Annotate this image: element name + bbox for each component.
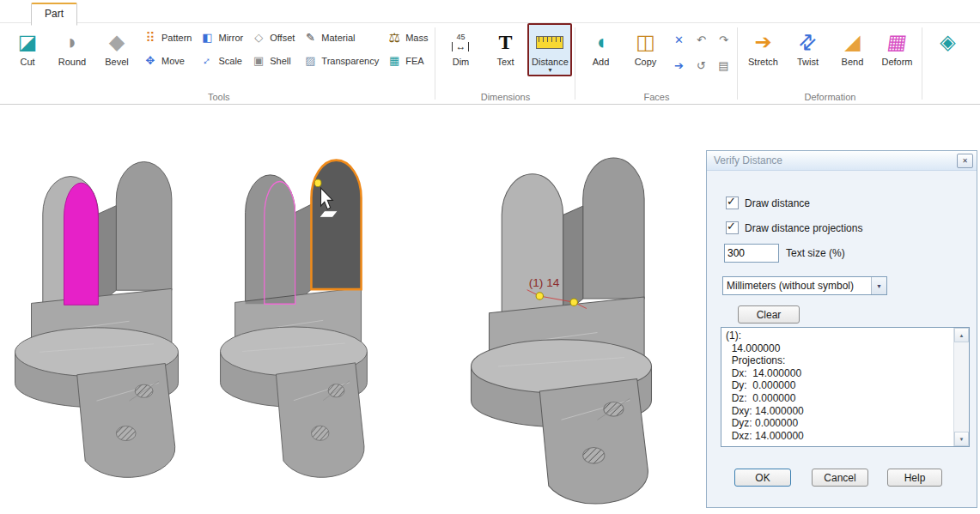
offset-button[interactable]: ◇ Offset bbox=[252, 30, 295, 45]
select-caret-icon: ▼ bbox=[871, 277, 886, 294]
shell-button[interactable]: ▣ Shell bbox=[252, 53, 295, 68]
bend-button[interactable]: ◢ Bend bbox=[830, 23, 874, 70]
curved-arrow-right-icon: ↷ bbox=[719, 33, 728, 46]
text-size-label: Text size (%) bbox=[786, 247, 845, 259]
arrow-right-icon: ➔ bbox=[674, 59, 684, 72]
results-listbox[interactable]: (1): 14.000000 Projections: Dx: 14.00000… bbox=[721, 327, 970, 447]
highlighted-face-magenta[interactable] bbox=[64, 183, 99, 305]
mirror-button[interactable]: ◧ Mirror bbox=[200, 30, 243, 45]
tab-part[interactable]: Part bbox=[31, 3, 77, 26]
offset-icon: ◇ bbox=[252, 32, 265, 43]
rotate-face-button[interactable]: ↺ bbox=[693, 57, 709, 73]
round-button[interactable]: ◗ Round bbox=[50, 23, 94, 70]
mass-icon: ⚖ bbox=[387, 31, 401, 44]
group-separator bbox=[737, 27, 738, 100]
pattern-button[interactable]: ⠿ Pattern bbox=[143, 30, 192, 45]
model-view-3[interactable]: (1) 14 bbox=[462, 133, 679, 511]
results-text: (1): 14.000000 Projections: Dx: 14.00000… bbox=[721, 328, 953, 446]
ribbon-group-dimensions: 45 ↔ Dim T Text Distance ▾ Dimensions bbox=[438, 23, 572, 104]
help-button[interactable]: Help bbox=[887, 469, 942, 487]
material-icon: ✎ bbox=[303, 32, 317, 43]
model-view-2[interactable] bbox=[213, 137, 389, 484]
twist-button[interactable]: ⇄ Twist bbox=[785, 23, 830, 70]
material-button[interactable]: ✎ Material bbox=[303, 30, 379, 45]
close-button[interactable]: ✕ bbox=[957, 154, 973, 168]
clear-button[interactable]: Clear bbox=[738, 305, 800, 324]
units-select[interactable]: Millimeters (without symbol) ▼ bbox=[722, 276, 887, 295]
deform-button[interactable]: ▦ Deform bbox=[874, 23, 919, 70]
scale-icon: ↕ bbox=[202, 55, 214, 67]
measure-point-2[interactable] bbox=[570, 299, 577, 305]
cut-button[interactable]: ◪ Cut bbox=[5, 23, 50, 70]
dimension-icon: 45 ↔ bbox=[452, 27, 469, 57]
transparency-button[interactable]: ▨ Transparency bbox=[303, 53, 379, 68]
stretch-icon: ➔ bbox=[754, 27, 771, 57]
x-icon: ✕ bbox=[674, 33, 684, 46]
model-view-1[interactable] bbox=[7, 139, 203, 484]
transparency-icon: ▨ bbox=[303, 55, 317, 66]
ribbon-group-clipped: ◈ bbox=[925, 23, 970, 104]
check-icon: ✓ bbox=[727, 220, 736, 233]
clipped-button[interactable]: ◈ bbox=[925, 23, 970, 59]
copy-face-icon: ◫ bbox=[636, 27, 655, 57]
group-label-dimensions: Dimensions bbox=[438, 91, 572, 104]
draw-distance-checkbox[interactable]: ✓ Draw distance bbox=[726, 197, 810, 209]
group-label-deformation: Deformation bbox=[740, 91, 919, 104]
copy-face-button[interactable]: ◫ Copy bbox=[623, 23, 667, 70]
add-face-icon: ◖ bbox=[594, 27, 607, 57]
move-icon: ✥ bbox=[143, 55, 157, 66]
draw-distance-label: Draw distance bbox=[745, 197, 810, 209]
ribbon-group-tools: ◪ Cut ◗ Round ◆ Bevel ⠿ Pattern bbox=[5, 23, 432, 104]
measurement-label: (1) 14 bbox=[529, 276, 560, 289]
curved-arrow-left-button[interactable]: ↶ bbox=[693, 32, 709, 47]
group-label-tools: Tools bbox=[5, 91, 432, 104]
round-icon: ◗ bbox=[66, 27, 79, 57]
twist-icon: ⇄ bbox=[794, 28, 821, 55]
fea-button[interactable]: ▦ FEA bbox=[387, 53, 428, 68]
units-selected-value: Millimeters (without symbol) bbox=[723, 280, 871, 292]
mass-button[interactable]: ⚖ Mass bbox=[387, 30, 428, 45]
distance-button[interactable]: Distance ▾ bbox=[527, 23, 572, 76]
chevron-down-icon[interactable]: ▾ bbox=[548, 67, 551, 74]
dialog-titlebar[interactable]: Verify Distance ✕ bbox=[707, 151, 977, 171]
close-icon: ✕ bbox=[962, 157, 968, 165]
scroll-up-icon[interactable]: ▲ bbox=[954, 328, 969, 342]
stretch-button[interactable]: ➔ Stretch bbox=[740, 23, 785, 70]
measure-point-1[interactable] bbox=[536, 293, 543, 299]
bevel-button[interactable]: ◆ Bevel bbox=[94, 23, 139, 70]
grid-face-button[interactable]: ▤ bbox=[715, 57, 731, 73]
cancel-button[interactable]: Cancel bbox=[812, 469, 868, 487]
bend-icon: ◢ bbox=[844, 27, 860, 57]
ribbon: Part ◪ Cut ◗ Round ◆ Bevel ⠿ bbox=[0, 0, 980, 105]
group-separator bbox=[435, 27, 435, 100]
dialog-title: Verify Distance bbox=[714, 154, 957, 166]
rotate-icon: ↺ bbox=[697, 59, 706, 72]
add-face-button[interactable]: ◖ Add bbox=[578, 23, 623, 70]
dim-button[interactable]: 45 ↔ Dim bbox=[438, 23, 483, 70]
text-icon: T bbox=[498, 27, 512, 57]
cut-icon: ◪ bbox=[18, 27, 38, 57]
ruler-icon bbox=[536, 36, 563, 49]
draw-projections-checkbox[interactable]: ✓ Draw distance projections bbox=[726, 221, 862, 234]
scale-button[interactable]: ↕ Scale bbox=[200, 53, 243, 68]
arrow-right-face-button[interactable]: ➔ bbox=[671, 57, 686, 73]
group-separator bbox=[575, 27, 575, 100]
scroll-down-icon[interactable]: ▼ bbox=[954, 432, 969, 446]
fea-icon: ▦ bbox=[387, 55, 401, 66]
mirror-icon: ◧ bbox=[200, 32, 214, 43]
text-size-input[interactable] bbox=[724, 244, 779, 263]
delete-face-button[interactable]: ✕ bbox=[671, 32, 686, 47]
ribbon-body: ◪ Cut ◗ Round ◆ Bevel ⠿ Pattern bbox=[0, 23, 980, 104]
ribbon-group-deformation: ➔ Stretch ⇄ Twist ◢ Bend ▦ Deform Deform… bbox=[740, 23, 919, 104]
results-scrollbar[interactable]: ▲ ▼ bbox=[953, 328, 969, 446]
check-icon: ✓ bbox=[727, 195, 736, 208]
text-button[interactable]: T Text bbox=[483, 23, 527, 70]
verify-distance-dialog: Verify Distance ✕ ✓ Draw distance ✓ Draw… bbox=[706, 150, 977, 508]
curved-arrow-right-button[interactable]: ↷ bbox=[715, 32, 731, 47]
group-label-faces: Faces bbox=[578, 91, 734, 104]
tab-strip: Part bbox=[0, 0, 980, 23]
curved-arrow-left-icon: ↶ bbox=[697, 33, 706, 46]
ok-button[interactable]: OK bbox=[734, 469, 791, 487]
move-button[interactable]: ✥ Move bbox=[143, 53, 192, 68]
shell-icon: ▣ bbox=[252, 55, 265, 66]
